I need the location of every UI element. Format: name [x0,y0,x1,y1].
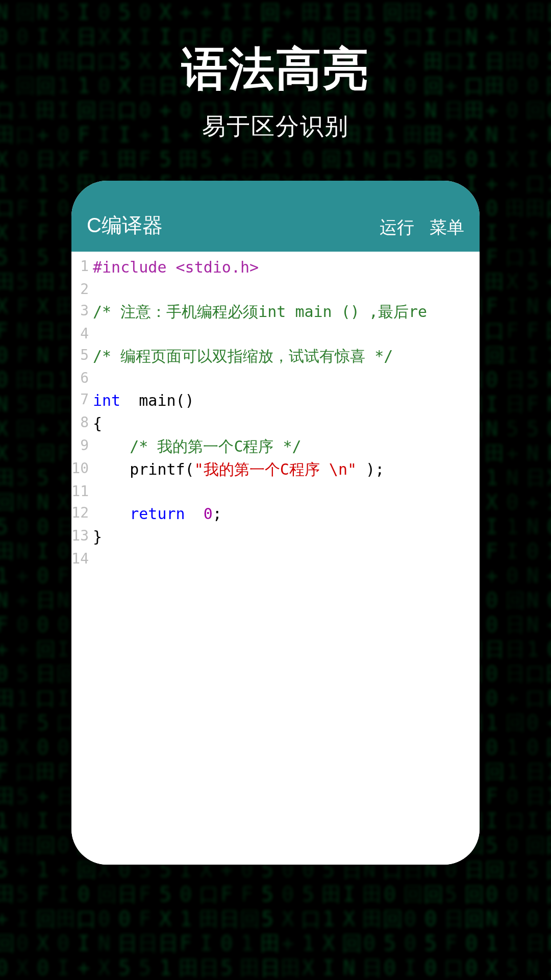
line-content [93,368,480,389]
line-number: 12 [71,502,93,525]
app-title: C编译器 [87,211,163,239]
line-number: 4 [71,323,93,345]
line-content [93,481,480,502]
phone-card: C编译器 运行 菜单 1#include <stdio.h>23/* 注意：手机… [71,181,480,865]
run-button[interactable]: 运行 [380,216,414,239]
line-number: 1 [71,256,93,279]
line-number: 8 [71,412,93,435]
line-content: #include <stdio.h> [93,256,480,279]
line-content: { [93,412,480,435]
code-line: 14 [71,548,480,570]
page-subtitle: 易于区分识别 [202,111,349,142]
line-content: printf("我的第一个C程序 \n" ); [93,458,480,481]
code-line: 2 [71,279,480,300]
app-actions: 运行 菜单 [380,216,464,239]
line-number: 6 [71,368,93,389]
content-container: 语法高亮 易于区分识别 C编译器 运行 菜单 1#include <stdio.… [0,0,551,980]
code-line: 6 [71,368,480,389]
line-number: 13 [71,525,93,548]
code-line: 13} [71,525,480,548]
code-line: 10 printf("我的第一个C程序 \n" ); [71,458,480,481]
line-content: return 0; [93,502,480,525]
code-line: 9 /* 我的第一个C程序 */ [71,435,480,458]
line-content: /* 编程页面可以双指缩放，试试有惊喜 */ [93,345,480,368]
line-number: 7 [71,389,93,412]
menu-button[interactable]: 菜单 [430,216,464,239]
code-line: 12 return 0; [71,502,480,525]
line-number: 2 [71,279,93,300]
line-content [93,279,480,300]
code-line: 11 [71,481,480,502]
code-line: 7int main() [71,389,480,412]
code-editor[interactable]: 1#include <stdio.h>23/* 注意：手机编程必须int mai… [71,252,480,865]
line-content: /* 我的第一个C程序 */ [93,435,480,458]
code-line: 4 [71,323,480,345]
line-content: int main() [93,389,480,412]
code-line: 8{ [71,412,480,435]
line-content [93,548,480,570]
code-line: 1#include <stdio.h> [71,256,480,279]
code-line: 3/* 注意：手机编程必须int main () ,最后re [71,300,480,323]
line-number: 9 [71,435,93,458]
line-number: 5 [71,345,93,368]
line-number: 10 [71,458,93,481]
page-title: 语法高亮 [182,38,369,101]
line-content [93,323,480,345]
line-number: 3 [71,300,93,323]
line-number: 14 [71,548,93,570]
line-number: 11 [71,481,93,502]
line-content: } [93,525,480,548]
line-content: /* 注意：手机编程必须int main () ,最后re [93,300,480,323]
app-header: C编译器 运行 菜单 [71,181,480,252]
code-line: 5/* 编程页面可以双指缩放，试试有惊喜 */ [71,345,480,368]
